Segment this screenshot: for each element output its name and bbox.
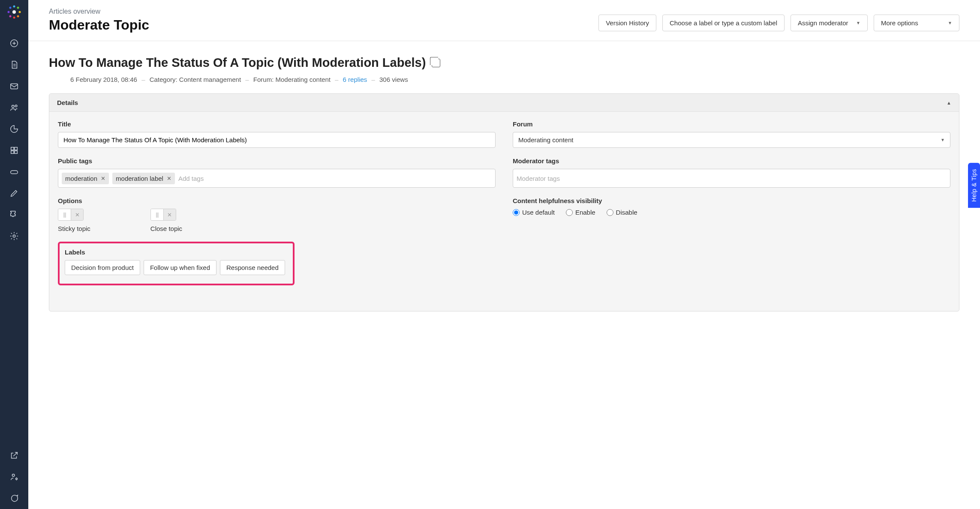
chevron-up-icon: ▲: [947, 100, 951, 105]
document-icon[interactable]: [0, 54, 28, 75]
assign-moderator-button[interactable]: Assign moderator ▼: [791, 15, 868, 31]
svg-rect-18: [15, 147, 17, 150]
grid-icon[interactable]: [0, 140, 28, 161]
helpfulness-option-default[interactable]: Use default: [513, 209, 555, 216]
category-label: Category:: [150, 76, 177, 83]
radio-label: Use default: [522, 209, 555, 216]
forum-value: Moderating content: [276, 76, 331, 83]
title-field-label: Title: [58, 120, 496, 128]
version-history-button[interactable]: Version History: [598, 15, 656, 31]
chevron-down-icon: ▼: [856, 21, 860, 25]
add-icon[interactable]: [0, 33, 28, 54]
select-value: Moderating content: [518, 136, 573, 144]
public-tags-input[interactable]: moderation ✕ moderation label ✕: [58, 169, 496, 188]
topic-timestamp: 6 February 2018, 08:46: [70, 76, 137, 83]
tag-text: moderation label: [116, 175, 163, 182]
users-icon[interactable]: [0, 97, 28, 118]
main-area: Articles overview Moderate Topic Version…: [28, 0, 980, 509]
svg-point-0: [12, 10, 16, 14]
tag-text: moderation: [65, 175, 97, 182]
analytics-icon[interactable]: [0, 118, 28, 140]
remove-tag-icon[interactable]: ✕: [167, 175, 171, 182]
content-area: How To Manage The Status Of A Topic (Wit…: [28, 41, 980, 509]
title-input[interactable]: [58, 132, 496, 148]
copy-icon[interactable]: [432, 59, 440, 67]
button-label: Assign moderator: [798, 19, 848, 27]
button-label: Version History: [606, 19, 649, 27]
svg-point-1: [13, 6, 15, 8]
moderator-tags-label: Moderator tags: [513, 157, 950, 165]
svg-point-2: [17, 7, 19, 9]
replies-link[interactable]: 6 replies: [343, 76, 367, 83]
app-logo[interactable]: [6, 4, 22, 20]
tag-chip: moderation label ✕: [112, 173, 175, 184]
labels-label: Labels: [65, 249, 288, 256]
svg-rect-20: [15, 151, 17, 153]
close-toggle[interactable]: ||| ✕: [150, 209, 176, 221]
label-button[interactable]: Decision from product: [65, 260, 140, 275]
moderator-tag-input[interactable]: [517, 175, 947, 182]
helpfulness-label: Content helpfulness visibility: [513, 197, 950, 204]
forum-field-label: Forum: [513, 120, 950, 128]
svg-point-4: [17, 15, 19, 18]
remove-tag-icon[interactable]: ✕: [101, 175, 105, 182]
button-label: Choose a label or type a custom label: [670, 19, 777, 27]
radio-input[interactable]: [607, 209, 613, 216]
topic-meta: 6 February 2018, 08:46 – Category: Conte…: [49, 76, 959, 83]
svg-point-15: [12, 105, 15, 108]
mail-icon[interactable]: [0, 75, 28, 97]
tag-chip: moderation ✕: [62, 173, 109, 184]
svg-point-6: [9, 15, 12, 18]
svg-rect-17: [11, 147, 14, 150]
button-label: More options: [881, 19, 918, 27]
help-tips-tab[interactable]: Help & Tips: [968, 163, 980, 208]
chat-icon[interactable]: [0, 488, 28, 509]
forum-select[interactable]: Moderating content ▼: [513, 132, 950, 148]
labels-section-highlight: Labels Decision from product Follow up w…: [58, 242, 295, 285]
add-tag-input[interactable]: [178, 175, 492, 182]
radio-input[interactable]: [566, 209, 573, 216]
topbar: Articles overview Moderate Topic Version…: [28, 0, 980, 41]
svg-point-25: [12, 474, 15, 477]
sticky-toggle[interactable]: ||| ✕: [58, 209, 84, 221]
more-options-button[interactable]: More options ▼: [874, 15, 959, 31]
public-tags-label: Public tags: [58, 157, 496, 165]
toggle-handle-icon: |||: [151, 209, 164, 220]
category-value: Content management: [179, 76, 241, 83]
chevron-down-icon: ▼: [941, 138, 945, 142]
moderator-tags-input[interactable]: [513, 169, 950, 188]
svg-point-16: [15, 105, 17, 107]
toggle-off-icon: ✕: [71, 209, 83, 220]
svg-point-8: [9, 7, 12, 9]
helpfulness-option-enable[interactable]: Enable: [566, 209, 595, 216]
chevron-down-icon: ▼: [948, 21, 952, 25]
page-title: Moderate Topic: [49, 17, 598, 33]
gear-icon[interactable]: [0, 225, 28, 247]
svg-rect-14: [11, 84, 18, 89]
external-link-icon[interactable]: [0, 445, 28, 466]
options-label: Options: [58, 197, 496, 204]
details-panel: Details ▲ Title Forum Moderating content…: [49, 93, 959, 311]
radio-input[interactable]: [513, 209, 520, 216]
close-caption: Close topic: [150, 225, 182, 232]
panel-title: Details: [57, 99, 78, 106]
svg-rect-19: [11, 151, 14, 153]
svg-point-5: [13, 17, 15, 19]
forum-label: Forum:: [253, 76, 274, 83]
label-button[interactable]: Response needed: [220, 260, 285, 275]
details-panel-header[interactable]: Details ▲: [49, 94, 959, 112]
views-value: 306 views: [379, 76, 408, 83]
gamepad-icon[interactable]: [0, 161, 28, 183]
sidebar: [0, 0, 28, 509]
label-chooser-button[interactable]: Choose a label or type a custom label: [662, 15, 785, 31]
svg-point-3: [19, 11, 21, 13]
label-button[interactable]: Follow up when fixed: [144, 260, 216, 275]
helpfulness-option-disable[interactable]: Disable: [607, 209, 637, 216]
toggle-handle-icon: |||: [58, 209, 71, 220]
svg-point-26: [16, 478, 18, 480]
puzzle-icon[interactable]: [0, 204, 28, 225]
breadcrumb[interactable]: Articles overview: [49, 8, 598, 15]
radio-label: Disable: [616, 209, 637, 216]
pen-icon[interactable]: [0, 183, 28, 204]
user-settings-icon[interactable]: [0, 466, 28, 488]
